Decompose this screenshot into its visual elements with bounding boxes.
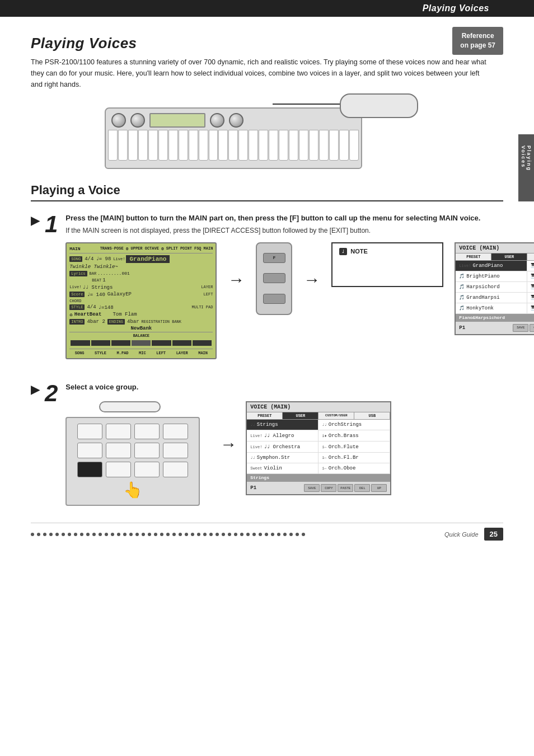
white-key <box>168 130 178 161</box>
btn2-save[interactable]: SAVE <box>304 484 320 492</box>
balance-bar <box>111 340 130 346</box>
voice-item-octpiano2[interactable]: 🎹 Oct.Piano2 <box>527 303 534 314</box>
voice-item-cp80[interactable]: 🎹 CP80 <box>527 282 534 293</box>
dot <box>265 533 268 536</box>
note-box: ♩ NOTE <box>331 242 443 287</box>
panel-btn-5[interactable] <box>77 443 102 458</box>
voice-item-orchbrass[interactable]: i♦ Orch.Brass <box>318 430 390 442</box>
voice-badge: Live! <box>459 264 471 268</box>
voice2-tab-usb[interactable]: USB <box>354 412 390 419</box>
panel-btn-11[interactable] <box>134 462 160 477</box>
panel-btn-10[interactable] <box>106 462 131 477</box>
voice-item-strings[interactable]: ♩♩ Strings <box>247 420 318 430</box>
voice-item-symphonstr[interactable]: ♩♩ Symphon.Str <box>247 453 318 463</box>
white-key <box>158 130 168 161</box>
voice-item-grandharpsi[interactable]: 🎵 GrandHarpsi <box>456 293 527 303</box>
panel-btn-1[interactable] <box>77 424 102 439</box>
step1-note: If the MAIN screen is not displayed, pre… <box>65 227 534 234</box>
lcd-fsq-label: FSQ <box>194 246 202 251</box>
btn2-copy[interactable]: COPY <box>321 484 336 492</box>
ofb-badge: i← <box>322 456 326 460</box>
voice-menu2-title: VOICE (MAIN) <box>250 404 291 410</box>
beat-val: 1 <box>102 278 105 283</box>
voice-tab-preset[interactable]: PRESET <box>456 253 491 260</box>
panel-btn-12[interactable] <box>163 462 188 477</box>
lcd-display <box>149 113 205 128</box>
panel-btn-7[interactable] <box>134 443 160 458</box>
dot <box>80 533 83 536</box>
white-key <box>238 130 248 161</box>
btn-save[interactable]: SAVE <box>513 324 528 332</box>
op1-icon: 🎹 <box>531 295 534 300</box>
reference-line2: on page 57 <box>460 41 495 50</box>
white-key <box>128 130 138 161</box>
cp80-icon: 🎹 <box>531 284 534 289</box>
song-label: SONG <box>69 256 82 262</box>
device-btn-top: F <box>263 253 285 263</box>
voice-item-violin[interactable]: Sweet Violin <box>247 463 318 474</box>
knob-4 <box>229 113 243 128</box>
lcd-row-lyrics: Lyrics BAR .........001 <box>69 270 213 277</box>
step2-instruction: Select a voice group. <box>65 382 503 393</box>
live-label: Live! <box>113 257 125 261</box>
voice-item-octpiano1[interactable]: 🎹 Oct.Piano 1 <box>527 293 534 303</box>
tom-flam: Tom Flam <box>113 312 137 317</box>
knob-2 <box>130 113 145 128</box>
voice-name: Harpsichord <box>466 284 499 290</box>
panel-btn-9[interactable] <box>77 462 102 477</box>
btn-copy[interactable]: COPY <box>530 324 534 332</box>
voice-tab-user[interactable]: USER <box>491 253 527 260</box>
note-icon: ♩ <box>339 248 347 255</box>
tempo2: ♩= 140 <box>87 292 105 298</box>
dot <box>259 533 262 536</box>
voice-item-brightpiano[interactable]: 🎵 BrightPiano <box>456 271 527 282</box>
lcd-row-newbank: NewBank <box>69 325 213 332</box>
dot <box>160 533 163 536</box>
voice-item-honkytonk[interactable]: 🎵 HonkyTonk <box>456 303 527 314</box>
score-label: Score <box>69 292 85 297</box>
panel-btn-8[interactable] <box>163 443 188 458</box>
panel-btn-4[interactable] <box>163 424 188 439</box>
bar2: 4bar 2 <box>87 319 105 325</box>
voice-item-midigrand[interactable]: 🎹 MidiGrand <box>527 271 534 282</box>
voice-item-grandpiano[interactable]: Live! GrandPiano <box>456 261 527 271</box>
voice-tab-custom[interactable]: CUSTOM/USER <box>527 253 534 260</box>
op2-icon: 🎹 <box>531 306 534 311</box>
lcd-row-song: SONG 4/4 ♩= 98 Live! GrandPiano <box>69 255 213 264</box>
button-panel: 👆 <box>65 417 200 506</box>
dot <box>74 533 77 536</box>
dot <box>228 533 231 536</box>
dot <box>246 533 250 536</box>
panel-btn-6[interactable] <box>106 443 131 458</box>
btn2-up[interactable]: UP <box>371 484 387 492</box>
balance-label: BALANCE <box>69 332 213 339</box>
voice-name: HonkyTonk <box>466 306 494 311</box>
voice2-tab-user[interactable]: USER <box>283 412 318 419</box>
panel-btn-2[interactable] <box>106 424 131 439</box>
lcd-row-chord: CHORD <box>69 298 213 304</box>
speech-bubble-step2 <box>99 401 161 412</box>
panel-btn-3[interactable] <box>134 424 160 439</box>
btn2-paste[interactable]: PASTE <box>338 484 353 492</box>
voice-item-rockpiano[interactable]: 🎹 RockPiano <box>527 261 534 271</box>
arrow-to-device: → <box>228 270 245 289</box>
dot <box>123 533 127 536</box>
balance-bar <box>193 340 212 346</box>
voice-item-harpsichord[interactable]: 🎵 Harpsichord <box>456 282 527 293</box>
balance-bar <box>132 340 151 346</box>
voice-item-orchstrings[interactable]: ♩♩ OrchStrings <box>318 420 390 430</box>
dot <box>86 533 90 536</box>
voice2-tab-custom[interactable]: CUSTOM/USER <box>318 412 354 419</box>
voice-item-orchestra[interactable]: Live! ♩♩ Orchestra <box>247 442 318 453</box>
orchstrings-name: OrchStrings <box>329 422 362 428</box>
voice-item-allegro[interactable]: Live! ♩♩ Allegro <box>247 430 318 442</box>
voice-item-orchoboe[interactable]: i← Orch.Oboe <box>318 463 390 474</box>
voice-name: GrandHarpsi <box>466 295 499 300</box>
voice-item-orchflbr[interactable]: i← Orch.Fl.Br <box>318 453 390 463</box>
balance-text: BALANCE <box>133 334 149 338</box>
ob-badge: i♦ <box>322 434 326 438</box>
btn2-delete[interactable]: DEL <box>354 484 370 492</box>
voice-item-orchflute[interactable]: i← Orch.Flute <box>318 442 390 453</box>
time-style: 4/4 <box>87 304 96 310</box>
voice2-tab-preset[interactable]: PRESET <box>247 412 283 419</box>
